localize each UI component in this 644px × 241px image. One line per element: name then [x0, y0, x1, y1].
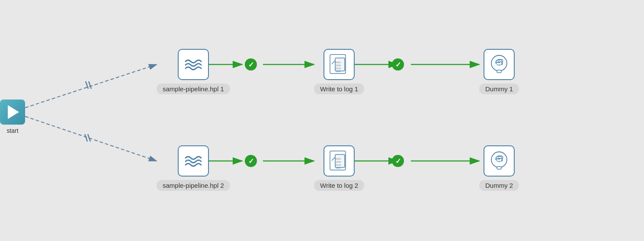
svg-rect-32: [497, 70, 501, 73]
connection-lines: [0, 0, 644, 241]
log-icon-2: 0101 1010 0110 1001: [324, 145, 355, 177]
dummy-icon-1: [484, 49, 515, 80]
pipeline-label-2: sample-pipeline.hpl 2: [157, 180, 230, 191]
brain-head-icon: [489, 54, 509, 75]
svg-text:1001: 1001: [336, 167, 341, 169]
dummy-node-2[interactable]: Dummy 2: [479, 145, 519, 191]
start-node[interactable]: start: [0, 100, 25, 134]
brain-head-icon-2: [489, 150, 509, 172]
svg-point-26: [498, 61, 500, 63]
dummy-label-2: Dummy 2: [479, 180, 519, 191]
pipeline-icon-1: [178, 49, 209, 80]
check-1-row1: ✓: [245, 58, 257, 71]
svg-line-14: [85, 134, 87, 141]
dummy-icon-2: [484, 145, 515, 177]
log-file-icon-2: 0101 1010 0110 1001: [329, 150, 349, 172]
svg-line-12: [86, 81, 88, 89]
check-2-row1: ✓: [392, 58, 404, 71]
check-1-row2: ✓: [245, 155, 257, 167]
pipeline-node-2[interactable]: sample-pipeline.hpl 2: [157, 145, 230, 191]
svg-text:1001: 1001: [336, 70, 341, 73]
check-circle-icon: ✓: [392, 58, 404, 71]
check-circle-icon: ✓: [245, 155, 257, 167]
svg-text:0101: 0101: [336, 157, 341, 160]
write-to-log-node-1[interactable]: 0101 1010 0110 1001 Write to log 1: [314, 49, 364, 94]
svg-text:1010: 1010: [336, 161, 341, 163]
pipeline-node-1[interactable]: sample-pipeline.hpl 1: [157, 49, 230, 94]
dummy-label-1: Dummy 1: [479, 84, 519, 94]
wave-icon-2: [183, 152, 204, 170]
svg-line-0: [25, 64, 157, 108]
svg-line-15: [88, 134, 90, 141]
svg-line-1: [25, 116, 157, 161]
dummy-node-1[interactable]: Dummy 1: [479, 49, 519, 94]
log-file-icon: 0101 1010 0110 1001: [329, 54, 349, 75]
check-2-row2: ✓: [392, 155, 404, 167]
write-to-log-node-2[interactable]: 0101 1010 0110 1001 Write to log 2: [314, 145, 364, 191]
log-icon-1: 0101 1010 0110 1001: [324, 49, 355, 80]
check-circle-icon: ✓: [392, 155, 404, 167]
pipeline-canvas: start sample-pipeline.hpl 1 ✓ 0101 1010: [0, 0, 644, 241]
check-circle-icon: ✓: [245, 58, 257, 71]
svg-line-13: [89, 81, 91, 89]
pipeline-icon-2: [178, 145, 209, 177]
svg-text:1010: 1010: [336, 64, 341, 67]
svg-point-43: [498, 158, 500, 160]
start-label: start: [6, 127, 18, 134]
wave-icon: [183, 55, 204, 74]
svg-rect-49: [497, 167, 501, 169]
write-to-log-label-2: Write to log 2: [314, 180, 364, 191]
svg-text:0101: 0101: [336, 61, 341, 64]
write-to-log-label-1: Write to log 1: [314, 84, 364, 94]
svg-text:0110: 0110: [336, 67, 341, 70]
svg-text:0110: 0110: [336, 164, 341, 166]
start-icon: [0, 100, 25, 125]
play-triangle-icon: [8, 105, 19, 119]
pipeline-label-1: sample-pipeline.hpl 1: [157, 84, 230, 94]
